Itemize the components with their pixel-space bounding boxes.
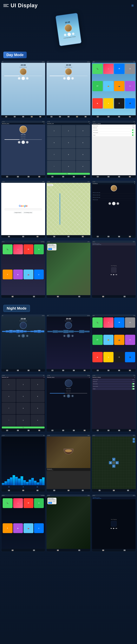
ncpn-b2[interactable]: ↔ — [78, 550, 80, 551]
cp-siri[interactable]: ◎ — [34, 270, 44, 280]
lm-play[interactable]: ⏸ — [112, 202, 116, 205]
btc-b4[interactable]: 🏠 — [84, 176, 86, 177]
nkey-4[interactable]: 4 — [2, 391, 16, 402]
nmap-b2[interactable]: 🏠 — [113, 490, 115, 491]
nm1-prev[interactable]: ⏮ — [18, 334, 20, 337]
btc-close[interactable]: ✕ — [89, 123, 90, 124]
na-radio[interactable]: 📻 — [103, 335, 114, 345]
ncpnp-prev[interactable]: ⏮ — [110, 527, 112, 529]
nbtc-close[interactable]: ✕ — [44, 377, 44, 378]
key-6[interactable]: 6 — [76, 137, 90, 148]
apps-icon3[interactable]: ⚙ — [118, 116, 120, 117]
map-b1[interactable]: ← — [53, 236, 55, 237]
lm-b4[interactable]: 🏠 — [129, 236, 131, 237]
nviz-b3[interactable]: ⚙ — [36, 490, 38, 491]
nm1-b2[interactable]: ♫ — [17, 370, 19, 371]
btm-b3[interactable]: ⚙ — [28, 176, 30, 177]
na-b3[interactable]: ⚙ — [118, 370, 120, 371]
key-5[interactable]: 5 — [62, 137, 76, 148]
cp-b1[interactable]: 🏠 — [12, 296, 14, 297]
app-navi-icon[interactable]: 🗺 — [114, 64, 124, 74]
map-b2[interactable]: 🔍 — [68, 236, 70, 237]
nviz-next[interactable]: ⏭ — [37, 486, 38, 488]
ncp-phone[interactable]: 📞 — [3, 498, 12, 508]
lm-item2[interactable]: • 华乐_02_FILE.mp3 — [92, 194, 135, 196]
btm-prev[interactable]: ⏮ — [18, 141, 20, 144]
lm-item1[interactable]: • 华乐_01_FILE.mp3 — [92, 192, 135, 194]
na-navi[interactable]: 🗺 — [114, 318, 124, 328]
day1-next[interactable]: ⏭ — [26, 77, 28, 80]
app-settings-icon[interactable]: ⚙ — [125, 64, 135, 74]
day1-icon2[interactable]: ♫ — [14, 116, 16, 117]
btm-b4[interactable]: 🏠 — [38, 176, 40, 177]
nmap-b1[interactable]: ← — [98, 490, 100, 491]
nm1-b4[interactable]: 🏠 — [38, 370, 40, 371]
nviz-prev[interactable]: ⏮ — [8, 486, 10, 488]
ncp-b2[interactable]: ↔ — [33, 550, 35, 551]
app-blue2-icon[interactable]: 📱 — [125, 98, 135, 108]
nkey-3[interactable]: 3 — [30, 379, 44, 390]
app-camera-icon[interactable]: 📷 — [114, 81, 124, 91]
cpnp-b2[interactable]: ↔ — [124, 296, 126, 297]
lm-item4[interactable]: • 华乐_04.mp3 — [92, 199, 135, 201]
nav-menu-icon[interactable]: ≡ — [132, 3, 134, 8]
cpnp-b1[interactable]: 🏠 — [102, 296, 104, 297]
ggl-b1[interactable]: ← — [8, 236, 10, 237]
day2-icon4[interactable]: 📻 — [76, 116, 78, 117]
cp-music[interactable]: ♫ — [13, 244, 23, 254]
bts-connect-toggle[interactable] — [132, 132, 134, 133]
nbtc-b4[interactable]: 🏠 — [38, 430, 40, 431]
nm1-play[interactable]: ⏸ — [22, 334, 25, 338]
day1-prev[interactable]: ⏮ — [18, 77, 20, 80]
nbtc-b3[interactable]: ⚙ — [28, 430, 30, 431]
day2-icon2[interactable]: ♫ — [59, 116, 61, 117]
nkey-2[interactable]: 2 — [16, 379, 30, 390]
apps-icon4[interactable]: 🏠 — [129, 116, 131, 117]
app-bt-icon[interactable]: BT — [92, 81, 103, 91]
key-3[interactable]: 3 — [76, 125, 90, 136]
na-b1[interactable]: 📞 — [97, 370, 99, 371]
nm2-b3[interactable]: ⚙ — [73, 370, 75, 371]
nmap-b3[interactable]: 🔍 — [127, 490, 129, 491]
na-cam[interactable]: 📷 — [114, 335, 124, 345]
nbtm-prev[interactable]: ⏮ — [63, 395, 66, 397]
key-2[interactable]: 2 — [62, 125, 76, 136]
day2-icon5[interactable]: 🏠 — [84, 116, 86, 117]
nfood-b2[interactable]: 🏠 — [68, 490, 70, 491]
cp-waze[interactable]: 🚗 — [24, 270, 34, 280]
key-1[interactable]: 1 — [47, 125, 61, 136]
nviz-b2[interactable]: 🏠 — [22, 490, 24, 491]
nm1-next[interactable]: ⏭ — [26, 334, 28, 337]
na-red[interactable]: ▶ — [92, 352, 103, 362]
ncp-music[interactable]: ♫ — [13, 498, 23, 508]
bts-b2[interactable]: ♫ — [108, 176, 110, 177]
nbtc-b1[interactable]: 📞 — [6, 430, 8, 431]
apps-icon1[interactable]: 📞 — [97, 116, 99, 117]
day1-icon4[interactable]: 📻 — [31, 116, 33, 117]
nbts-close[interactable]: ✕ — [134, 377, 135, 378]
day2-icon3[interactable]: ⚙ — [68, 116, 70, 117]
app-msg-icon[interactable]: ✉ — [125, 81, 135, 91]
nkey-0[interactable]: 0 — [16, 414, 30, 426]
btm-b1[interactable]: 📞 — [6, 176, 8, 177]
na-blue[interactable]: 📱 — [125, 352, 135, 362]
cp-b2[interactable]: ↔ — [33, 296, 35, 297]
nmap-left[interactable]: ◀ — [109, 461, 112, 464]
na-b2[interactable]: ♫ — [108, 370, 110, 371]
ggl-b3[interactable]: 🏠 — [36, 236, 38, 237]
nm2-next[interactable]: ⏭ — [71, 334, 74, 337]
bts-b4[interactable]: 🏠 — [129, 176, 131, 177]
lm-b3[interactable]: ⚙ — [118, 236, 120, 237]
nbtc-b2[interactable]: ♫ — [17, 430, 19, 431]
nbtm-close[interactable]: ✕ — [89, 377, 90, 378]
nkey-8[interactable]: 8 — [16, 402, 30, 414]
ncp-waze[interactable]: 🚗 — [24, 523, 34, 533]
na-b4[interactable]: 🏠 — [129, 370, 131, 371]
nkey-6[interactable]: 6 — [30, 391, 44, 402]
nbtm-next[interactable]: ⏭ — [71, 395, 74, 397]
nbtm-b2[interactable]: ♫ — [62, 430, 64, 431]
ncp-b1[interactable]: 🏠 — [12, 550, 14, 551]
na-dark[interactable]: ☰ — [114, 352, 124, 362]
na-yellow[interactable]: ★ — [103, 352, 114, 362]
key-9[interactable]: 9 — [76, 149, 90, 160]
